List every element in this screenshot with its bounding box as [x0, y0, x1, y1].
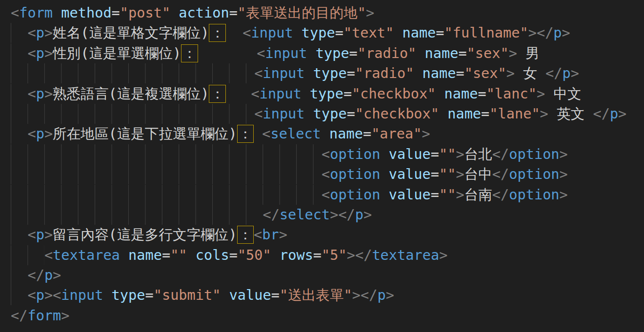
token-text [120, 247, 128, 263]
token-punctuation: < [254, 65, 262, 81]
token-attribute-name: name [444, 85, 478, 102]
token-tag-name: p [36, 125, 44, 142]
token-text [305, 105, 313, 122]
code-editor[interactable]: <form method="post" action="表單送出的目的地"> <… [0, 0, 644, 332]
token-text: 熟悉語言(這是複選欄位) [53, 85, 209, 102]
token-equals: = [313, 247, 322, 263]
token-tag-name: p [36, 85, 44, 102]
token-punctuation: > [44, 287, 53, 303]
token-attribute-name: value [389, 186, 431, 203]
token-tag-name: option [509, 146, 559, 162]
token-punctuation: < [322, 186, 330, 203]
token-attribute-name: value [229, 287, 271, 303]
token-tag-name: form [27, 307, 61, 324]
token-tag-name: p [562, 65, 570, 81]
token-equals: = [481, 105, 489, 122]
token-tag-name: option [330, 146, 380, 162]
token-punctuation: > [44, 85, 53, 102]
token-punctuation: > [618, 105, 626, 122]
token-text: 所在地區(這是下拉選單欄位) [53, 125, 237, 142]
token-punctuation: > [560, 186, 568, 203]
token-tag-name: input [262, 65, 304, 81]
code-line: <input type="checkbox" name="lane"> 英文 <… [11, 104, 644, 124]
token-attribute-value: "checkbox" [352, 85, 436, 102]
token-text [321, 125, 329, 142]
token-tag-name: option [509, 166, 559, 182]
token-equals: = [229, 247, 238, 263]
token-punctuation: > [560, 146, 568, 162]
code-line: <p>留言內容(這是多行文字欄位)：<br> [11, 225, 644, 245]
token-punctuation: > [560, 166, 568, 182]
indent-guides [11, 265, 27, 285]
token-text [302, 85, 310, 102]
token-tag-name: p [36, 226, 44, 243]
token-attribute-name: type [316, 45, 349, 61]
token-punctuation: > [44, 45, 53, 61]
token-punctuation: < [254, 105, 262, 122]
token-text [271, 247, 280, 263]
code-line: </select></p> [11, 205, 644, 225]
indent-guides [11, 63, 254, 83]
token-punctuation: > [562, 24, 570, 41]
token-equals: = [458, 45, 466, 61]
code-line: <option value="">台北</option> [11, 144, 644, 164]
token-punctuation: </ [338, 206, 355, 223]
token-equals: = [343, 85, 352, 102]
token-tag-name: input [262, 105, 304, 122]
token-attribute-value: "lanc" [486, 85, 537, 102]
token-text: 姓名(這是單格文字欄位) [53, 24, 209, 41]
token-punctuation: > [537, 85, 545, 102]
token-text: 性別(這是單選欄位) [53, 45, 181, 61]
token-equals: = [271, 287, 280, 303]
token-text [394, 24, 402, 41]
token-equals: = [363, 125, 371, 142]
token-text [439, 105, 447, 122]
token-punctuation: > [571, 65, 579, 81]
indent-guides [11, 84, 27, 104]
token-equals: = [162, 247, 170, 263]
token-punctuation: < [53, 287, 61, 303]
token-tag-name: p [36, 24, 44, 41]
indent-guides [11, 225, 27, 245]
token-attribute-name: value [389, 166, 431, 182]
token-equals: = [478, 85, 486, 102]
token-text: 中文 [545, 85, 581, 102]
token-attribute-value: "sex" [464, 65, 506, 81]
token-attribute-value: "area" [371, 125, 422, 142]
token-attribute-value: "radio" [358, 45, 417, 61]
token-punctuation: > [363, 206, 372, 223]
token-punctuation: > [352, 287, 361, 303]
token-punctuation: > [456, 186, 464, 203]
token-attribute-name: type [310, 85, 343, 102]
token-attribute-name: cols [196, 247, 229, 263]
token-tag-name: p [36, 45, 44, 61]
unicode-highlight-box: ： [237, 226, 254, 244]
token-punctuation: > [44, 24, 53, 41]
unicode-highlight-box: ： [209, 85, 225, 103]
indent-guides [11, 205, 262, 225]
code-line: <input type="radio" name="sex"> 女 </p> [11, 63, 644, 83]
token-text [307, 45, 316, 61]
token-equals: = [335, 24, 343, 41]
token-tag-name: textarea [53, 247, 120, 263]
token-tag-name: form [19, 4, 53, 21]
token-attribute-value: "" [439, 146, 456, 162]
code-line: <p>姓名(這是單格文字欄位)： <input type="text" name… [11, 23, 644, 43]
token-text [226, 85, 251, 102]
token-punctuation: </ [492, 186, 509, 203]
token-attribute-name: value [389, 146, 431, 162]
token-attribute-value: "text" [343, 24, 394, 41]
token-text: 台中 [464, 166, 492, 182]
token-text: 女 [515, 65, 545, 81]
token-text [170, 4, 179, 21]
token-punctuation: > [540, 105, 548, 122]
token-tag-name: select [280, 206, 330, 223]
token-text [305, 65, 313, 81]
token-text [221, 287, 229, 303]
token-text [254, 125, 262, 142]
token-attribute-value: "checkbox" [355, 105, 439, 122]
token-punctuation: < [27, 287, 36, 303]
indent-guides [11, 285, 27, 305]
token-punctuation: </ [355, 247, 372, 263]
token-tag-name: option [330, 186, 380, 203]
